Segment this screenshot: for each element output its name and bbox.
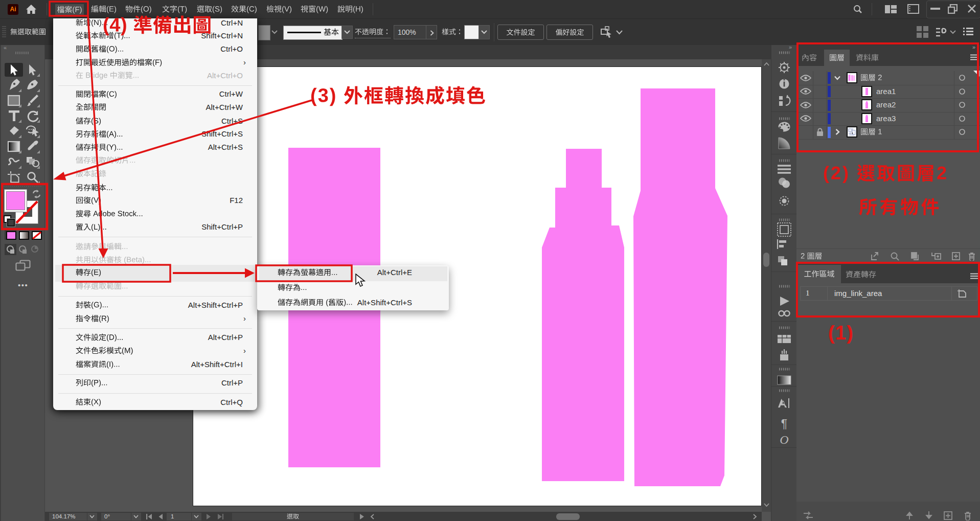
svg-text:¶: ¶ [781, 417, 787, 431]
svg-text:O: O [780, 433, 788, 446]
